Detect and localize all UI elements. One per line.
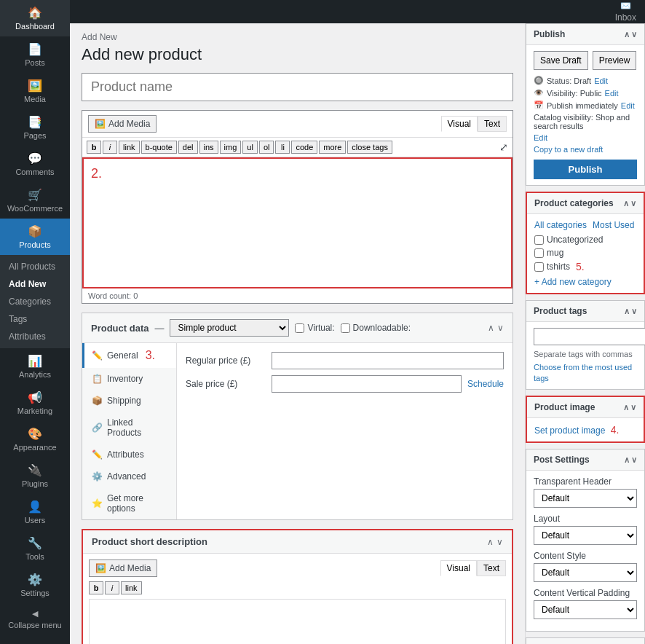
short-desc-down[interactable]: ∨: [496, 537, 503, 547]
cat-up[interactable]: ∧: [623, 199, 629, 208]
sd-fmt-bold[interactable]: b: [89, 581, 103, 594]
fmt-del[interactable]: del: [178, 141, 198, 154]
fmt-bquote[interactable]: b-quote: [141, 141, 177, 154]
pd-tab-attributes[interactable]: ✏️ Attributes: [82, 444, 176, 466]
transparent-header-select[interactable]: Default: [534, 489, 637, 508]
sd-fmt-italic[interactable]: i: [105, 581, 119, 594]
fmt-more[interactable]: more: [319, 141, 346, 154]
fmt-close-tags[interactable]: close tags: [347, 141, 392, 154]
catalog-edit-link[interactable]: Edit: [534, 133, 637, 142]
tags-input[interactable]: [534, 328, 645, 345]
img-down[interactable]: ∨: [630, 403, 636, 412]
layout-select[interactable]: Default: [534, 526, 637, 545]
visibility-edit-link[interactable]: Edit: [605, 89, 619, 98]
status-edit-link[interactable]: Edit: [594, 76, 608, 85]
pd-tab-linked[interactable]: 🔗 Linked Products: [82, 412, 176, 444]
sale-price-input[interactable]: [272, 375, 462, 393]
publish-button[interactable]: Publish: [534, 160, 637, 179]
linked-icon: 🔗: [92, 423, 103, 433]
sidebar-item-comments[interactable]: 💬 Comments: [0, 146, 70, 182]
img-up[interactable]: ∧: [623, 403, 629, 412]
product-type-select[interactable]: Simple product Variable product Grouped …: [170, 319, 289, 337]
submenu-categories[interactable]: Categories: [0, 293, 70, 310]
product-name-input[interactable]: [82, 73, 513, 101]
pd-tab-inventory[interactable]: 📋 Inventory: [82, 368, 176, 390]
fmt-li[interactable]: li: [275, 141, 290, 154]
tags-down[interactable]: ∨: [631, 307, 637, 316]
fmt-ul[interactable]: ul: [242, 141, 258, 154]
sidebar-item-dashboard[interactable]: 🏠 Dashboard: [0, 0, 70, 36]
sidebar-item-pages[interactable]: 📑 Pages: [0, 109, 70, 146]
copy-draft-link[interactable]: Copy to a new draft: [534, 145, 637, 154]
save-draft-button[interactable]: Save Draft: [534, 51, 588, 70]
short-desc-text-tab[interactable]: Text: [477, 560, 506, 576]
cat-cb-uncategorized[interactable]: [534, 235, 544, 245]
pd-collapse-down[interactable]: ∨: [497, 323, 504, 333]
all-categories-tab[interactable]: All categories: [534, 220, 587, 230]
sd-fmt-link[interactable]: link: [121, 581, 142, 594]
sidebar-item-products[interactable]: 📦 Products: [0, 219, 70, 255]
pd-tab-more[interactable]: ⭐ Get more options: [82, 487, 176, 519]
sidebar-item-analytics[interactable]: 📊 Analytics: [0, 348, 70, 385]
ps-up[interactable]: ∧: [624, 455, 630, 465]
fmt-bold[interactable]: b: [87, 141, 101, 154]
pub-down[interactable]: ∨: [631, 30, 637, 39]
regular-price-input[interactable]: [272, 352, 504, 369]
content-padding-select[interactable]: Default: [534, 600, 637, 619]
submenu-attributes[interactable]: Attributes: [0, 328, 70, 345]
short-desc-visual-tab[interactable]: Visual: [440, 560, 477, 576]
tags-up[interactable]: ∧: [624, 307, 630, 316]
main-content: Add New Add new product 🖼️ Add Media Vis…: [70, 23, 525, 644]
publish-time-edit[interactable]: Edit: [621, 101, 635, 110]
pd-tab-advanced[interactable]: ⚙️ Advanced: [82, 466, 176, 487]
cat-down[interactable]: ∨: [630, 199, 636, 208]
sidebar-item-tools[interactable]: 🔧 Tools: [0, 530, 70, 567]
add-media-icon: 🖼️: [95, 119, 106, 129]
sidebar-item-users[interactable]: 👤 Users: [0, 494, 70, 530]
short-desc-up[interactable]: ∧: [487, 537, 494, 547]
submenu-all-products[interactable]: All Products: [0, 258, 70, 275]
short-desc-editor[interactable]: [89, 599, 506, 644]
pd-tab-shipping[interactable]: 📦 Shipping: [82, 390, 176, 412]
submenu-tags[interactable]: Tags: [0, 310, 70, 328]
choose-tags-link[interactable]: Choose from the most used tags: [534, 363, 632, 382]
fmt-ol[interactable]: ol: [259, 141, 274, 154]
fmt-img[interactable]: img: [220, 141, 242, 154]
content-style-select[interactable]: Default: [534, 563, 637, 582]
sidebar-item-posts[interactable]: 📄 Posts: [0, 36, 70, 73]
fmt-code[interactable]: code: [291, 141, 317, 154]
add-media-button[interactable]: 🖼️ Add Media: [88, 115, 157, 133]
editor-body[interactable]: 2.: [82, 157, 513, 288]
short-desc-add-media[interactable]: 🖼️ Add Media: [89, 559, 157, 577]
sidebar-item-woocommerce[interactable]: 🛒 WooCommerce: [0, 182, 70, 219]
schedule-link[interactable]: Schedule: [467, 379, 504, 389]
virtual-checkbox[interactable]: [295, 323, 304, 333]
sidebar-item-appearance[interactable]: 🎨 Appearance: [0, 421, 70, 458]
publish-box: Publish ∧ ∨ Save Draft Preview 🔘 Status:…: [526, 23, 645, 186]
cat-cb-tshirts[interactable]: [534, 262, 544, 272]
pd-collapse-up[interactable]: ∧: [488, 323, 494, 333]
expand-button[interactable]: ⤢: [499, 141, 508, 153]
inbox-area[interactable]: ✉️ Inbox: [615, 1, 636, 23]
fmt-link[interactable]: link: [119, 141, 140, 154]
visual-tab[interactable]: Visual: [441, 116, 478, 132]
downloadable-checkbox[interactable]: [341, 323, 350, 333]
fmt-italic[interactable]: i: [103, 141, 117, 154]
most-used-tab[interactable]: Most Used: [593, 220, 634, 230]
pub-up[interactable]: ∧: [624, 30, 630, 39]
set-product-image-link[interactable]: Set product image 4.: [534, 425, 619, 436]
collapse-menu[interactable]: ◀ Collapse menu: [0, 603, 70, 635]
cat-cb-mug[interactable]: [534, 248, 544, 258]
text-tab[interactable]: Text: [478, 116, 507, 132]
sidebar-item-settings[interactable]: ⚙️ Settings: [0, 567, 70, 603]
sidebar-item-marketing[interactable]: 📢 Marketing: [0, 385, 70, 421]
add-category-link[interactable]: + Add new category: [534, 277, 636, 287]
pd-tab-general[interactable]: ✏️ General 3.: [82, 343, 176, 368]
short-desc-header: Product short description ∧ ∨: [83, 530, 512, 554]
sidebar-item-plugins[interactable]: 🔌 Plugins: [0, 458, 70, 494]
sidebar-item-media[interactable]: 🖼️ Media: [0, 73, 70, 109]
submenu-add-new[interactable]: Add New: [0, 275, 70, 293]
preview-button[interactable]: Preview: [593, 51, 637, 70]
fmt-ins[interactable]: ins: [199, 141, 218, 154]
ps-down[interactable]: ∨: [631, 455, 637, 465]
